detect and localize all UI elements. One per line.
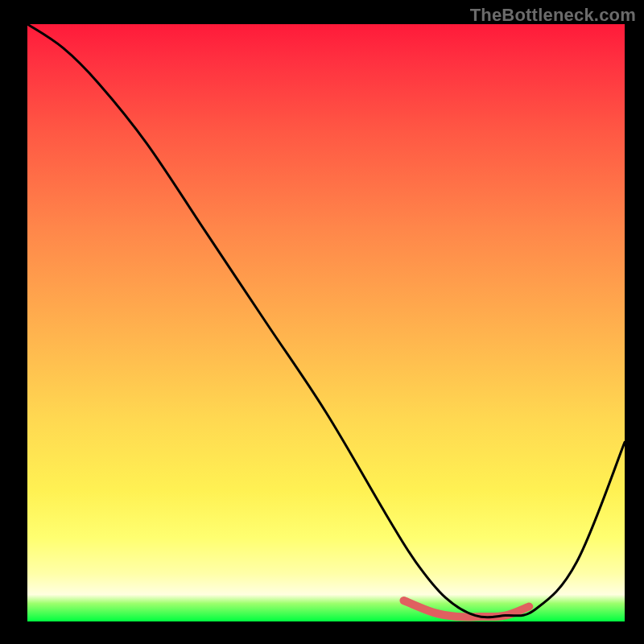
chart-frame: TheBottleneck.com — [0, 0, 644, 644]
watermark-text: TheBottleneck.com — [470, 5, 636, 26]
plot-area — [27, 24, 625, 621]
chart-svg — [27, 24, 625, 621]
curve-line — [27, 24, 625, 617]
